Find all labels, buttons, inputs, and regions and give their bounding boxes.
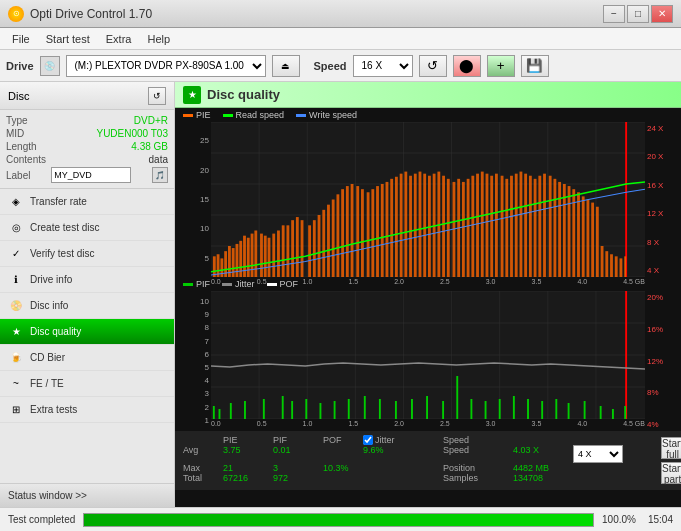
status-window-button[interactable]: Status window >> [0, 483, 174, 507]
nav-item-create-test-disc[interactable]: ◎ Create test disc [0, 215, 174, 241]
disc-refresh-button[interactable]: ↺ [148, 87, 166, 105]
disc-length-row: Length 4.38 GB [6, 140, 168, 153]
r2-label-4: 4% [647, 420, 681, 429]
menu-start-test[interactable]: Start test [38, 31, 98, 47]
stats-table: PIE PIF POF Jitter Speed Avg 3.75 0.01 [183, 435, 653, 483]
x2-label-4-5: 4.5 GB [623, 420, 645, 427]
svg-rect-75 [486, 174, 489, 277]
svg-rect-98 [596, 207, 599, 277]
title-bar-left: ⊙ Opti Drive Control 1.70 [8, 6, 152, 22]
write-speed-legend-label: Write speed [309, 110, 357, 120]
extra-tests-label: Extra tests [30, 404, 77, 415]
y2-label-9: 9 [175, 310, 209, 319]
svg-rect-42 [327, 205, 330, 277]
disc-label-row: Label 🎵 [6, 166, 168, 184]
svg-rect-121 [219, 409, 221, 419]
svg-rect-82 [520, 172, 523, 277]
nav-item-fe-te[interactable]: ~ FE / TE [0, 371, 174, 397]
svg-rect-25 [247, 238, 250, 277]
contents-value: data [149, 154, 168, 165]
svg-rect-72 [471, 176, 474, 277]
status-bar: Test completed 100.0% 15:04 [0, 507, 681, 531]
y2-label-1: 1 [175, 416, 209, 425]
svg-rect-147 [600, 406, 602, 419]
svg-rect-47 [351, 184, 354, 277]
jitter-checkbox[interactable] [363, 435, 373, 445]
speed-select-stat[interactable]: 4 X8 X16 X [573, 445, 623, 463]
start-part-button[interactable]: Start part [661, 462, 681, 484]
nav-item-cd-bier[interactable]: 🍺 CD Bier [0, 345, 174, 371]
content-panel: ★ Disc quality PIE Read speed Write spee… [175, 82, 681, 507]
write-speed-legend-item: Write speed [296, 110, 357, 120]
pif-legend-label: PIF [196, 279, 210, 289]
nav-item-disc-info[interactable]: 📀 Disc info [0, 293, 174, 319]
mid-label: MID [6, 128, 24, 139]
y2-label-10: 10 [175, 297, 209, 306]
svg-rect-88 [549, 176, 552, 277]
menu-file[interactable]: File [4, 31, 38, 47]
svg-rect-57 [400, 174, 403, 277]
svg-rect-131 [364, 396, 366, 419]
svg-rect-27 [254, 231, 257, 278]
y2-label-7: 7 [175, 337, 209, 346]
cd-bier-label: CD Bier [30, 352, 65, 363]
svg-rect-84 [529, 176, 532, 277]
maximize-button[interactable]: □ [627, 5, 649, 23]
svg-rect-128 [320, 403, 322, 419]
disc-contents-row: Contents data [6, 153, 168, 166]
svg-rect-45 [341, 189, 344, 277]
avg-label: Avg [183, 445, 223, 463]
drive-select[interactable]: (M:) PLEXTOR DVDR PX-890SA 1.00 [66, 55, 266, 77]
svg-rect-144 [555, 399, 557, 419]
label-icon-button[interactable]: 🎵 [152, 167, 168, 183]
drive-info-label: Drive info [30, 274, 72, 285]
pif-legend-dot [183, 283, 193, 286]
y-label-15: 15 [175, 195, 209, 204]
svg-rect-85 [534, 179, 537, 277]
speed-select[interactable]: 16 X 12 X 8 X 4 X [353, 55, 413, 77]
svg-rect-41 [322, 210, 325, 277]
close-button[interactable]: ✕ [651, 5, 673, 23]
nav-item-extra-tests[interactable]: ⊞ Extra tests [0, 397, 174, 423]
x-label-3-0: 3.0 [486, 278, 496, 285]
menu-extra[interactable]: Extra [98, 31, 140, 47]
chart2-y-labels: 10 9 8 7 6 5 4 3 2 1 [175, 291, 209, 431]
svg-rect-51 [371, 189, 374, 277]
progress-percent: 100.0% [602, 514, 636, 525]
nav-item-disc-quality[interactable]: ★ Disc quality [0, 319, 174, 345]
burn-button[interactable]: ⬤ [453, 55, 481, 77]
svg-rect-148 [612, 409, 614, 419]
save-button[interactable]: 💾 [521, 55, 549, 77]
svg-rect-18 [220, 258, 223, 277]
x-label-2-0: 2.0 [394, 278, 404, 285]
x2-label-3-0: 3.0 [486, 420, 496, 427]
svg-rect-95 [582, 196, 585, 277]
svg-rect-48 [356, 186, 359, 277]
minimize-button[interactable]: − [603, 5, 625, 23]
eject-button[interactable]: ⏏ [272, 55, 300, 77]
label-input[interactable] [51, 167, 131, 183]
svg-rect-50 [367, 192, 370, 277]
stat-col-pif: PIF [273, 435, 323, 445]
refresh-drive-button[interactable]: ↺ [419, 55, 447, 77]
x-label-1-0: 1.0 [303, 278, 313, 285]
nav-item-drive-info[interactable]: ℹ Drive info [0, 267, 174, 293]
x-label-0: 0.0 [211, 278, 221, 285]
window-title: Opti Drive Control 1.70 [30, 7, 152, 21]
total-pie: 67216 [223, 473, 273, 483]
nav-item-transfer-rate[interactable]: ◈ Transfer rate [0, 189, 174, 215]
chart2-right-labels: 20% 16% 12% 8% 4% [647, 291, 681, 431]
copy-button[interactable]: + [487, 55, 515, 77]
svg-rect-130 [348, 399, 350, 419]
nav-item-verify-test-disc[interactable]: ✓ Verify test disc [0, 241, 174, 267]
menu-help[interactable]: Help [139, 31, 178, 47]
svg-rect-142 [527, 399, 529, 419]
avg-pof [323, 445, 363, 463]
start-full-button[interactable]: Start full [661, 437, 681, 459]
svg-rect-136 [442, 401, 444, 419]
svg-rect-90 [558, 182, 561, 277]
right-label-8x: 8 X [647, 238, 681, 247]
samples-value: 134708 [513, 473, 573, 483]
svg-rect-102 [615, 256, 618, 277]
progress-bar-container [83, 513, 594, 527]
